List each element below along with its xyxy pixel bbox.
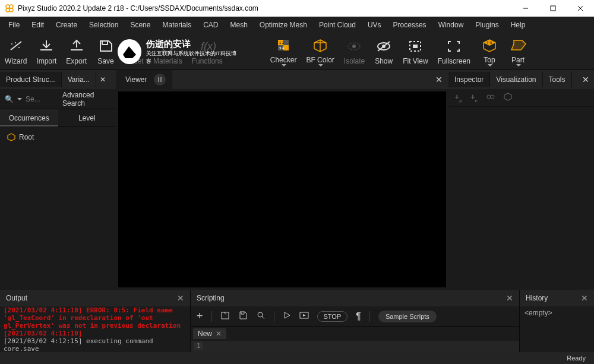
top-dropdown-icon[interactable] — [488, 64, 492, 67]
add-component-icon[interactable]: +c — [470, 92, 478, 103]
menu-edit[interactable]: Edit — [26, 18, 50, 31]
sample-scripts-button[interactable]: Sample Scripts — [378, 311, 437, 322]
tree-root-node[interactable]: Root — [5, 132, 111, 143]
play-selection-icon[interactable] — [299, 311, 309, 321]
new-script-icon[interactable]: + — [197, 310, 203, 322]
sub-tab-level[interactable]: Level — [58, 109, 116, 126]
stop-button[interactable]: STOP — [317, 311, 348, 322]
open-script-icon[interactable] — [220, 311, 230, 322]
top-button[interactable]: T R Top — [475, 34, 504, 69]
script-editor[interactable]: 1 — [191, 341, 519, 352]
import-button[interactable]: Import — [31, 36, 61, 68]
output-title: Output — [6, 294, 27, 302]
left-panel: Product Struc... Varia... ✕ 🔍 Advanced S… — [0, 70, 116, 290]
svg-marker-28 — [8, 134, 15, 141]
menu-scene[interactable]: Scene — [124, 18, 156, 31]
fit-view-button[interactable]: Fit View — [398, 36, 432, 68]
polygon-icon[interactable] — [504, 93, 512, 103]
tab-inspector[interactable]: Inspector — [448, 72, 490, 87]
tab-visualization[interactable]: Visualization — [490, 72, 542, 87]
tab-variants[interactable]: Varia... — [62, 72, 96, 87]
close-inspector-icon[interactable]: ✕ — [582, 75, 589, 84]
wizard-label: Wizard — [5, 57, 27, 65]
app-logo — [5, 4, 14, 13]
menu-selection[interactable]: Selection — [83, 18, 124, 31]
tab-product-structure[interactable]: Product Struc... — [0, 72, 62, 87]
close-history-icon[interactable]: ✕ — [581, 293, 588, 303]
svg-rect-5 — [551, 6, 555, 11]
window-title: Pixyz Studio 2020.2 Update 2 r18 - C:/Us… — [18, 4, 258, 12]
menu-window[interactable]: Window — [432, 18, 470, 31]
menu-file[interactable]: File — [2, 18, 26, 31]
menu-optimize-mesh[interactable]: Optimize Mesh — [254, 18, 313, 31]
search-icon[interactable]: 🔍 — [5, 95, 14, 103]
menu-create[interactable]: Create — [50, 18, 83, 31]
search-input[interactable] — [26, 95, 53, 103]
svg-point-10 — [15, 42, 16, 43]
menu-mesh[interactable]: Mesh — [225, 18, 254, 31]
menu-plugins[interactable]: Plugins — [469, 18, 504, 31]
maximize-button[interactable] — [539, 0, 567, 17]
link-icon[interactable] — [486, 93, 495, 103]
save-script-icon[interactable] — [238, 311, 248, 322]
menu-cad[interactable]: CAD — [197, 18, 224, 31]
close-script-tab-icon[interactable]: ✕ — [216, 330, 222, 338]
fullscreen-label: Fullscreen — [438, 57, 470, 65]
part-dropdown-icon[interactable] — [516, 64, 521, 67]
line-number: 1 — [194, 342, 203, 350]
part-icon — [509, 38, 527, 52]
menu-point-cloud[interactable]: Point Cloud — [313, 18, 362, 31]
play-script-icon[interactable] — [283, 311, 291, 321]
minimize-button[interactable] — [512, 0, 539, 17]
save-button[interactable]: Save — [91, 36, 120, 68]
wizard-icon — [7, 39, 25, 53]
log-line: [2021/03/02 4:11:10] — [4, 330, 187, 337]
materials-icon — [159, 39, 176, 53]
show-button[interactable]: Show — [369, 36, 398, 68]
advanced-search-link[interactable]: Advanced Search — [62, 91, 111, 107]
tab-viewer[interactable]: Viewer — [116, 70, 172, 89]
checker-button[interactable]: 1 23 4 Checker — [266, 34, 302, 69]
output-panel: Output✕ [2021/03/02 4:11:10] ERROR: 0:5:… — [0, 290, 190, 352]
menu-materials[interactable]: Materials — [156, 18, 197, 31]
export-button[interactable]: Export — [61, 36, 91, 68]
output-log[interactable]: [2021/03/02 4:11:10] ERROR: 0:5: Field n… — [0, 306, 190, 352]
tab-tools[interactable]: Tools — [543, 72, 572, 87]
pilcrow-icon[interactable]: ¶ — [356, 311, 361, 322]
top-label: Top — [484, 56, 495, 64]
bfcolor-dropdown-icon[interactable] — [318, 64, 323, 67]
search-filter-dropdown-icon[interactable] — [17, 98, 22, 100]
sub-tab-occurrences[interactable]: Occurrences — [0, 109, 58, 126]
3d-viewport[interactable] — [116, 89, 448, 290]
wizard-button[interactable]: Wizard — [0, 36, 31, 68]
right-tab-strip: Inspector Visualization Tools ✕ — [448, 70, 594, 89]
history-title: History — [526, 294, 548, 302]
functions-icon: f(x) — [198, 39, 216, 53]
menu-uvs[interactable]: UVs — [362, 18, 387, 31]
save-icon — [97, 39, 115, 53]
find-script-icon[interactable] — [256, 311, 266, 322]
close-viewer-icon[interactable]: ✕ — [435, 75, 443, 84]
menu-processes[interactable]: Processes — [387, 18, 432, 31]
pause-icon[interactable] — [154, 74, 166, 86]
close-scripting-icon[interactable]: ✕ — [506, 293, 513, 303]
add-property-icon[interactable]: +p — [454, 92, 462, 103]
close-window-button[interactable] — [567, 0, 594, 17]
close-tab-icon[interactable]: ✕ — [100, 75, 106, 84]
svg-rect-26 — [413, 45, 418, 48]
svg-marker-39 — [303, 314, 306, 316]
checker-dropdown-icon[interactable] — [282, 64, 286, 67]
save-label: Save — [97, 57, 113, 65]
functions-label: Functions — [192, 57, 223, 65]
script-tab-new[interactable]: New ✕ — [193, 328, 226, 339]
menu-help[interactable]: Help — [505, 18, 532, 31]
svg-point-21 — [352, 45, 356, 48]
fullscreen-button[interactable]: Fullscreen — [433, 36, 475, 68]
part-button[interactable]: Part — [504, 34, 532, 69]
log-line: core.save — [4, 345, 187, 352]
bfcolor-button[interactable]: BF Color — [301, 34, 339, 69]
svg-text:3 4: 3 4 — [279, 46, 285, 50]
svg-point-9 — [18, 47, 20, 48]
close-output-icon[interactable]: ✕ — [177, 293, 184, 303]
checker-label: Checker — [270, 56, 297, 64]
